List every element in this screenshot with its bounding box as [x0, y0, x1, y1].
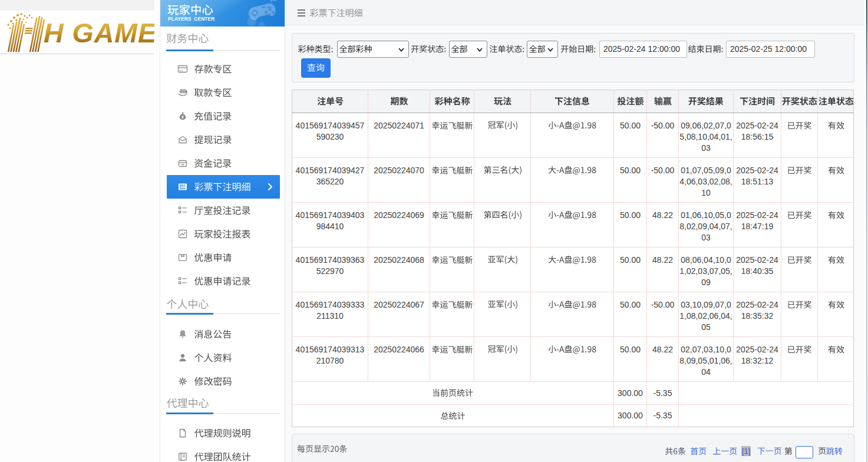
svg-text:H GAME: H GAME	[44, 18, 154, 48]
